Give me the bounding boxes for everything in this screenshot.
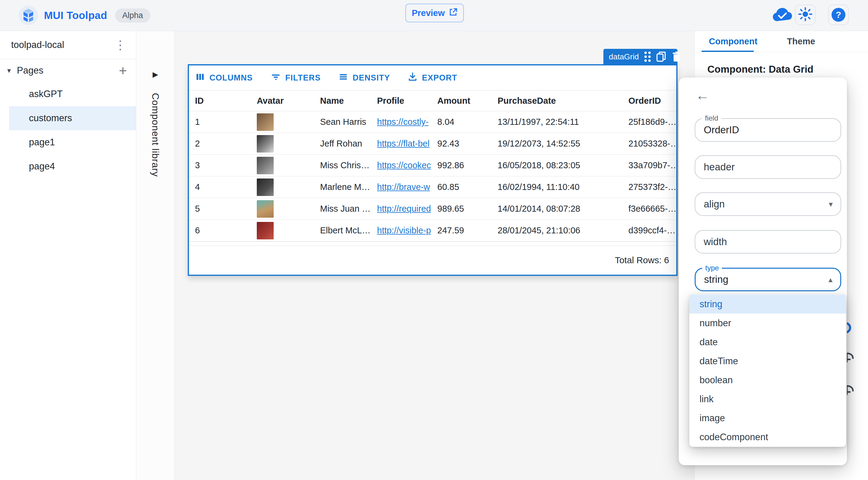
app-root: MUI Toolpad Alpha Preview [0,0,868,480]
avatar [257,179,274,196]
avatar [257,200,274,218]
column-header-profile[interactable]: Profile [377,96,437,106]
align-select[interactable]: align ▾ [695,192,841,216]
toolpad-logo-icon [19,6,38,25]
total-rows-label: Total Rows: 6 [615,255,669,265]
pages-label: Pages [17,65,43,76]
add-page-icon[interactable]: + [119,64,127,78]
duplicate-icon[interactable] [656,51,666,62]
app-header: MUI Toolpad Alpha Preview [0,0,868,31]
menu-item-string[interactable]: string [689,295,846,313]
menu-item-boolean[interactable]: boolean [689,370,846,390]
external-link-icon [449,8,458,19]
column-header-orderid[interactable]: OrderID [628,96,676,106]
chevron-up-icon: ▴ [829,275,832,284]
kebab-menu-icon[interactable]: ⋮ [114,39,126,51]
menu-item-datetime[interactable]: dateTime [689,352,846,370]
cloud-sync-icon[interactable] [771,7,793,24]
drag-handle-icon[interactable] [644,52,651,62]
datagrid-component[interactable]: COLUMNS FILTERS DENSITY [188,64,678,276]
question-icon: ? [832,8,845,22]
sidebar-item-page1[interactable]: page1 [0,130,136,154]
project-row: toolpad-local ⋮ [0,31,136,59]
header-input[interactable]: header [695,155,841,179]
selection-chip-label: dataGrid [609,52,639,61]
filter-icon [271,72,281,84]
avatar [257,113,274,131]
type-select[interactable]: type string ▴ [695,268,841,291]
table-row[interactable]: 4 Marlene M… http://brave-w 60.85 16/02/… [189,176,676,198]
sidebar-item-page4[interactable]: page4 [0,154,136,179]
project-name: toolpad-local [11,39,64,50]
column-header-avatar[interactable]: Avatar [257,96,320,106]
avatar [257,222,274,239]
column-header-amount[interactable]: Amount [437,96,498,106]
table-row[interactable]: 6 Elbert McL… http://visible-p 247.59 28… [189,220,676,241]
selection-chip: dataGrid [603,49,678,64]
width-input[interactable]: width [695,230,841,253]
download-icon [408,72,417,84]
column-header-id[interactable]: ID [195,96,257,106]
table-row[interactable]: 2 Jeff Rohan https://flat-bel 92.43 19/1… [189,133,676,155]
avatar [257,135,274,153]
alpha-badge: Alpha [115,8,150,23]
expand-panel-icon[interactable]: ▶ [153,70,158,79]
chevron-down-icon: ▾ [829,200,833,209]
delete-icon[interactable] [672,51,681,62]
datagrid-footer: Total Rows: 6 [189,245,676,275]
menu-item-image[interactable]: image [689,409,846,427]
profile-link[interactable]: http://required [377,204,431,213]
profile-link[interactable]: https://costly- [377,117,429,127]
type-select-label: type [702,264,722,272]
sun-icon [798,6,813,23]
header-input-label: header [704,161,735,173]
theme-toggle-button[interactable] [795,4,815,25]
page-title: Component: Data Grid [707,64,813,75]
columns-button[interactable]: COLUMNS [195,72,253,84]
tab-theme[interactable]: Theme [787,36,815,47]
preview-button[interactable]: Preview [405,4,464,22]
help-button[interactable]: ? [828,4,849,25]
filters-button[interactable]: FILTERS [271,72,321,84]
density-icon [339,72,348,84]
column-header-name[interactable]: Name [320,96,377,106]
menu-item-link[interactable]: link [689,390,846,409]
field-input[interactable]: field OrderID [695,118,841,142]
datagrid-header-row: ID Avatar Name Profile Amount PurchaseDa… [189,90,676,111]
datagrid-toolbar: COLUMNS FILTERS DENSITY [189,65,676,90]
sidebar-item-askgpt[interactable]: askGPT [0,82,136,106]
sidebar-item-customers[interactable]: customers [9,106,136,130]
table-row[interactable]: 3 Miss Chris… https://cookec 992.86 16/0… [189,155,676,176]
column-header-purchasedate[interactable]: PurchaseDate [498,96,628,106]
profile-link[interactable]: http://brave-w [377,182,430,192]
grid-scroll-area [189,241,676,245]
menu-item-number[interactable]: number [689,313,846,333]
columns-icon [195,72,205,84]
type-select-value: string [704,274,728,285]
active-tab-indicator [702,51,754,52]
pages-section-header: ▾ Pages + [0,59,136,82]
type-dropdown-menu: string number date dateTime boolean link… [689,294,846,447]
table-row[interactable]: 1 Sean Harris https://costly- 8.04 13/11… [189,111,676,133]
export-button[interactable]: EXPORT [408,72,457,84]
field-input-label: field [702,114,721,122]
field-input-value: OrderID [704,124,739,136]
app-logo[interactable]: MUI Toolpad Alpha [19,5,150,25]
inspector-tabs: Component Theme [695,31,868,52]
width-input-label: width [704,236,727,247]
table-row[interactable]: 5 Miss Juan … http://required 989.65 14/… [189,198,676,220]
profile-link[interactable]: http://visible-p [377,226,431,235]
sidebar: toolpad-local ⋮ ▾ Pages + askGPT custome… [0,31,136,480]
component-library-label: Component library [150,93,161,177]
menu-item-date[interactable]: date [689,333,846,352]
menu-item-codecomponent[interactable]: codeComponent [689,427,846,447]
avatar [257,157,274,174]
chevron-down-icon[interactable]: ▾ [7,66,11,75]
app-title: MUI Toolpad [44,9,107,22]
density-button[interactable]: DENSITY [339,72,390,84]
profile-link[interactable]: https://cookec [377,160,431,170]
tab-component[interactable]: Component [709,36,757,47]
align-select-label: align [704,199,725,210]
back-icon[interactable]: ← [695,88,710,102]
profile-link[interactable]: https://flat-bel [377,139,430,148]
